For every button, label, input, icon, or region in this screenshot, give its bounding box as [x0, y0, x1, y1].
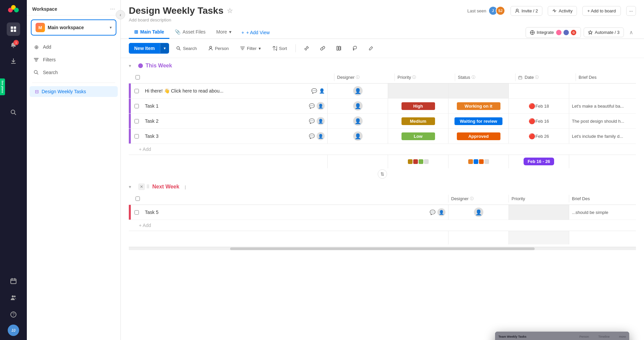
- designer-avatar[interactable]: 👤: [317, 102, 325, 110]
- activity-button[interactable]: Activity: [548, 6, 577, 16]
- designer-avatar[interactable]: 👤: [353, 86, 363, 96]
- see-plans-tab[interactable]: See plans: [0, 78, 5, 95]
- designer-avatar[interactable]: 👤: [353, 131, 363, 141]
- sidebar-icon-download[interactable]: [7, 55, 20, 68]
- integrate-button[interactable]: Integrate G: [526, 27, 581, 38]
- chat-icon[interactable]: 💬: [311, 88, 317, 94]
- row-designer-cell: 👤: [327, 114, 388, 128]
- row-status-cell[interactable]: Approved: [448, 129, 508, 144]
- new-item-arrow-btn[interactable]: ▾: [160, 43, 169, 53]
- table-row-pulse: Hi there! 👋 Click here to read abou... 💬…: [129, 83, 636, 99]
- tab-asset-files[interactable]: 📎 Asset Files: [169, 26, 211, 39]
- chat-icon[interactable]: 💬: [430, 210, 435, 215]
- collapse-tabs-button[interactable]: ∧: [627, 27, 636, 38]
- tab-main-table[interactable]: ⊞ Main Table: [129, 26, 169, 39]
- row-check-input[interactable]: [135, 104, 139, 108]
- columns-button[interactable]: [332, 43, 345, 53]
- row-checkbox[interactable]: [131, 210, 142, 215]
- row-priority-cell[interactable]: Low: [388, 129, 448, 144]
- person-button[interactable]: Person: [204, 43, 233, 54]
- new-item-main-btn[interactable]: New Item: [129, 43, 160, 54]
- select-all-checkbox[interactable]: [136, 75, 140, 79]
- designer-avatar[interactable]: 👤: [474, 208, 483, 217]
- horizontal-scrollbar[interactable]: [129, 247, 636, 250]
- designer-avatar[interactable]: 👤: [317, 132, 325, 140]
- sidebar-icon-question[interactable]: ?: [7, 308, 20, 321]
- new-item-button[interactable]: New Item ▾: [129, 43, 169, 54]
- toolbar: New Item ▾ Search Person Filter ▾ Sort: [121, 39, 644, 58]
- row-priority-cell[interactable]: Medium: [388, 114, 448, 128]
- sidebar-icon-bell[interactable]: 1: [7, 39, 20, 52]
- add-row-this-week[interactable]: + Add: [129, 144, 636, 155]
- group-close-icon[interactable]: ✕: [138, 183, 145, 190]
- group-drag-icon[interactable]: ⠿: [146, 184, 150, 189]
- edit-button[interactable]: [364, 43, 378, 53]
- board-description[interactable]: Add board description: [129, 17, 636, 22]
- automate-button[interactable]: Automate / 3: [584, 27, 624, 37]
- search-button[interactable]: Search: [172, 43, 201, 54]
- row-checkbox[interactable]: [131, 134, 142, 138]
- nav-more-dots[interactable]: ···: [110, 5, 115, 12]
- sidebar-icon-people[interactable]: [7, 291, 20, 304]
- row-check-input[interactable]: [135, 134, 139, 138]
- tab-more[interactable]: More ▾: [211, 26, 237, 39]
- user-icon[interactable]: 👤: [319, 88, 325, 94]
- filter-button[interactable]: Filter ▾: [236, 43, 265, 54]
- group-title[interactable]: This Week: [146, 63, 172, 69]
- chat-icon[interactable]: 💬: [309, 103, 315, 109]
- designer-avatar[interactable]: 👤: [317, 117, 325, 125]
- col-designer-info-icon[interactable]: ⓘ: [356, 75, 360, 80]
- nav-action-search[interactable]: Search: [30, 66, 118, 78]
- sidebar-icon-grid[interactable]: [7, 22, 20, 36]
- row-checkbox[interactable]: [131, 104, 142, 108]
- row-name-text[interactable]: Task 2: [145, 118, 306, 124]
- col-priority-info-icon[interactable]: ⓘ: [412, 75, 416, 80]
- app-logo[interactable]: [7, 4, 19, 17]
- add-row-next-week[interactable]: + Add: [129, 220, 636, 231]
- row-name-text[interactable]: Task 3: [145, 133, 306, 139]
- video-play-overlay: ▶: [495, 332, 629, 340]
- group-title[interactable]: Next Week: [152, 184, 179, 190]
- row-check-input[interactable]: [135, 89, 139, 93]
- pin-button[interactable]: [300, 43, 313, 53]
- sidebar-icon-calendar[interactable]: [7, 274, 20, 288]
- invite-button[interactable]: Invite / 2: [511, 6, 542, 16]
- sidebar-icon-search[interactable]: [7, 106, 20, 119]
- designer-avatar[interactable]: 👤: [437, 208, 445, 216]
- nav-item-design-weekly-tasks[interactable]: ⊟ Design Weekly Tasks: [30, 86, 118, 97]
- nav-action-add[interactable]: ⊕ Add: [30, 41, 118, 53]
- row-check-input[interactable]: [135, 210, 139, 215]
- nav-action-filters[interactable]: Filters: [30, 54, 118, 66]
- row-status-cell[interactable]: Waiting for review: [448, 114, 508, 128]
- nav-collapse-btn[interactable]: ‹: [116, 10, 125, 19]
- add-view-button[interactable]: + + Add View: [237, 26, 274, 39]
- chat-icon[interactable]: 💬: [309, 133, 315, 139]
- link-button[interactable]: [316, 43, 329, 53]
- designer-avatar[interactable]: 👤: [353, 101, 363, 111]
- board-more-button[interactable]: ···: [626, 6, 636, 16]
- board-star-icon[interactable]: ☆: [227, 7, 233, 15]
- row-name-text[interactable]: Task 1: [145, 103, 306, 109]
- row-name-text[interactable]: Task 5: [145, 210, 427, 215]
- col-date-info-icon[interactable]: ⓘ: [535, 75, 539, 80]
- group-collapse-icon[interactable]: ▾: [129, 63, 136, 68]
- add-to-board-button[interactable]: + Add to board: [582, 6, 621, 16]
- col-designer-info-icon[interactable]: ⓘ: [470, 196, 474, 201]
- row-status-cell[interactable]: Working on it: [448, 99, 508, 113]
- chat-icon[interactable]: 💬: [309, 118, 315, 124]
- row-check-input[interactable]: [135, 119, 139, 123]
- select-all-checkbox[interactable]: [136, 196, 140, 201]
- paint-button[interactable]: [348, 43, 362, 53]
- col-status-info-icon[interactable]: ⓘ: [472, 75, 475, 80]
- row-checkbox[interactable]: [131, 89, 142, 93]
- group-collapse-icon[interactable]: ▾: [129, 184, 136, 189]
- workspace-selector[interactable]: M Main workspace ▾: [31, 19, 116, 36]
- col-headers-next-week: Designer ⓘ Priority Brief Des: [129, 193, 636, 205]
- user-avatar[interactable]: JJ: [8, 325, 19, 336]
- row-checkbox[interactable]: [131, 119, 142, 123]
- row-priority-cell[interactable]: High: [388, 99, 448, 113]
- sort-button[interactable]: Sort: [268, 43, 291, 54]
- group-sort-btn[interactable]: ⇅: [378, 169, 387, 179]
- designer-avatar[interactable]: 👤: [353, 116, 363, 126]
- row-name-text[interactable]: Hi there! 👋 Click here to read abou...: [145, 88, 309, 94]
